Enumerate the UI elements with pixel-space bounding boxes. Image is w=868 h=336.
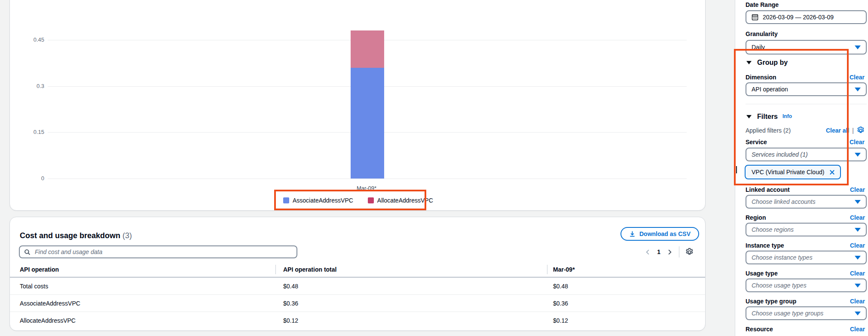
pagination-next-button[interactable] [666, 249, 673, 255]
clear-all-filters-link[interactable]: Clear all [826, 127, 849, 134]
clear-filter-link[interactable]: Clear [850, 326, 865, 333]
filter-dropdown[interactable]: Choose regions [746, 223, 867, 236]
pagination: 1 [645, 245, 694, 258]
applied-filters-count: Applied filters (2) [746, 127, 791, 134]
dropdown-placeholder: Choose instance types [752, 254, 813, 261]
text-cursor-ibeam [736, 166, 737, 173]
filter-label: Resource [746, 326, 773, 333]
filter-label: Instance type [746, 242, 784, 249]
y-axis-tick-label: 0.45 [18, 36, 44, 43]
clear-service-link[interactable]: Clear [850, 139, 865, 145]
chevron-down-icon [855, 312, 861, 315]
filter-dropdown[interactable]: Choose linked accounts [746, 195, 867, 209]
table-cell: Total costs [10, 283, 273, 290]
date-range-value: 2026-03-09 — 2026-03-09 [763, 14, 834, 21]
filter-label: Region [746, 214, 766, 221]
pagination-previous-button[interactable] [645, 249, 651, 255]
column-header[interactable]: Mar-09* [543, 266, 705, 273]
search-input[interactable] [34, 248, 292, 256]
filter-label: Usage type [746, 270, 778, 277]
table-cell: $0.36 [273, 300, 543, 307]
y-axis-tick-label: 0.3 [18, 83, 44, 89]
dropdown-placeholder: Choose regions [752, 226, 794, 233]
table-header-row: API operationAPI operation totalMar-09* [10, 262, 705, 278]
dimension-dropdown[interactable]: API operation [746, 82, 867, 96]
sidebar-filter-usage-type-group: Usage type groupClearChoose usage type g… [735, 298, 868, 326]
table-row[interactable]: Total costs$0.48$0.48 [10, 278, 705, 295]
chevron-down-icon [855, 88, 861, 91]
applied-filters-row: Applied filters (2) Clear all | [746, 127, 865, 134]
calendar-icon [752, 14, 758, 21]
legend-label: AssociateAddressVPC [293, 197, 353, 204]
table-cell: AssociateAddressVPC [10, 300, 273, 307]
divider [746, 104, 867, 104]
dimension-label: Dimension [746, 74, 776, 81]
divider [679, 246, 679, 257]
chevron-down-icon [855, 45, 861, 49]
y-axis-tick-label: 0 [18, 175, 44, 182]
cost-breakdown-card: Cost and usage breakdown (3) Download as… [9, 217, 706, 331]
clear-dimension-link[interactable]: Clear [850, 74, 865, 81]
info-link[interactable]: Info [782, 113, 792, 119]
chevron-down-icon [855, 256, 861, 260]
bar-segment-AssociateAddressVPC[interactable] [351, 68, 384, 179]
dropdown-placeholder: Choose usage type groups [752, 310, 823, 317]
token-label: VPC (Virtual Private Cloud) [752, 169, 824, 176]
table-settings-gear-icon[interactable] [685, 248, 694, 256]
clear-filter-link[interactable]: Clear [850, 298, 865, 305]
column-divider [275, 265, 276, 274]
granularity-label: Granularity [746, 30, 778, 37]
table-cell: AllocateAddressVPC [10, 317, 273, 324]
column-header[interactable]: API operation total [273, 266, 543, 273]
table-cell: $0.12 [273, 317, 543, 324]
column-divider [547, 265, 547, 274]
service-filter-token: VPC (Virtual Private Cloud) [745, 165, 841, 179]
filter-label: Linked account [746, 186, 790, 193]
date-range-input[interactable]: 2026-03-09 — 2026-03-09 [746, 10, 867, 24]
service-dropdown[interactable]: Services included (1) [746, 148, 867, 161]
sidebar-filter-linked-account: Linked accountClearChoose linked account… [735, 186, 868, 214]
filter-dropdown[interactable]: Choose usage types [746, 278, 867, 292]
clear-filter-link[interactable]: Clear [850, 270, 865, 277]
bar-segment-AllocateAddressVPC[interactable] [351, 30, 384, 67]
legend-label: AllocateAddressVPC [377, 197, 433, 204]
sidebar-filter-resource: ResourceClear [735, 326, 868, 336]
table-title: Cost and usage breakdown (3) [20, 231, 132, 240]
table-row[interactable]: AssociateAddressVPC$0.36$0.36 [10, 295, 705, 312]
service-filter-label: Service [746, 139, 767, 145]
chevron-down-icon [855, 284, 861, 288]
legend-item[interactable]: AssociateAddressVPC [283, 197, 353, 204]
filter-label: Usage type group [746, 298, 796, 305]
download-csv-button[interactable]: Download as CSV [620, 227, 699, 241]
filter-settings-gear-icon[interactable] [857, 127, 865, 134]
table-search [19, 245, 297, 258]
column-header[interactable]: API operation [10, 266, 273, 273]
filter-dropdown[interactable]: Choose usage type groups [746, 306, 867, 320]
clear-filter-link[interactable]: Clear [850, 242, 865, 249]
clear-filter-link[interactable]: Clear [850, 186, 865, 193]
clear-filter-link[interactable]: Clear [850, 214, 865, 221]
chevron-down-icon [855, 153, 861, 157]
table-cell: $0.48 [273, 283, 543, 290]
pagination-page-number[interactable]: 1 [657, 248, 660, 255]
remove-token-icon[interactable] [829, 169, 835, 176]
table-cell: $0.36 [543, 300, 705, 307]
granularity-dropdown[interactable]: Daily [746, 40, 867, 54]
sidebar-filter-region: RegionClearChoose regions [735, 214, 868, 242]
legend-swatch-icon [368, 197, 374, 203]
cost-breakdown-table: API operationAPI operation totalMar-09* … [10, 262, 705, 329]
dropdown-placeholder: Choose usage types [752, 282, 807, 289]
legend-item[interactable]: AllocateAddressVPC [368, 197, 433, 204]
table-row[interactable]: AllocateAddressVPC$0.12$0.12 [10, 312, 705, 329]
legend-swatch-icon [283, 197, 289, 203]
table-body: Total costs$0.48$0.48AssociateAddressVPC… [10, 278, 705, 329]
filters-section-header[interactable]: Filters Info [746, 113, 792, 121]
table-cell: $0.12 [543, 317, 705, 324]
table-row-count: (3) [122, 231, 132, 240]
download-icon [629, 231, 636, 237]
search-icon [24, 249, 31, 255]
filters-sidebar: Date Range 2026-03-09 — 2026-03-09 Granu… [735, 0, 868, 336]
filter-dropdown[interactable]: Choose instance types [746, 251, 867, 264]
collapse-triangle-icon [746, 61, 752, 64]
group-by-section-header[interactable]: Group by [746, 59, 788, 67]
